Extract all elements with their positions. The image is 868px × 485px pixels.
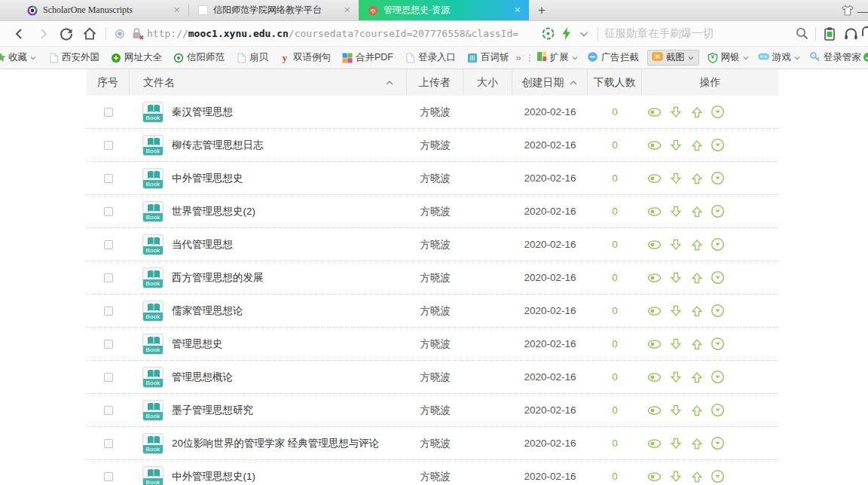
bookmark-item[interactable]: 网址大全 xyxy=(111,51,162,64)
share-upload-icon[interactable] xyxy=(689,403,704,417)
download-icon[interactable] xyxy=(668,105,683,119)
file-name-link[interactable]: 世界管理思想史(2) xyxy=(172,205,255,218)
favorites-menu[interactable]: 收藏 xyxy=(8,51,37,64)
share-upload-icon[interactable] xyxy=(689,270,704,285)
url-dropdown-chevron-icon[interactable] xyxy=(575,24,593,44)
more-actions-icon[interactable] xyxy=(711,337,725,351)
download-icon[interactable] xyxy=(668,138,683,152)
extensions-button[interactable]: 扩展 xyxy=(536,51,579,64)
refresh-button[interactable] xyxy=(54,23,78,44)
file-name-link[interactable]: 墨子管理思想研究 xyxy=(172,404,253,417)
search-icon[interactable] xyxy=(793,24,811,44)
theme-skin-icon[interactable] xyxy=(838,0,857,21)
login-manager-button[interactable]: 登录管家 xyxy=(809,51,861,65)
share-upload-icon[interactable] xyxy=(689,171,704,185)
file-name-link[interactable]: 管理思想概论 xyxy=(172,371,233,384)
row-checkbox[interactable] xyxy=(104,373,113,382)
share-upload-icon[interactable] xyxy=(689,237,704,252)
preview-eye-icon[interactable] xyxy=(647,370,662,384)
share-upload-icon[interactable] xyxy=(689,105,704,119)
preview-eye-icon[interactable] xyxy=(647,436,662,450)
forward-button[interactable] xyxy=(31,23,54,44)
bookmark-item[interactable]: y 双语例句 xyxy=(280,51,331,64)
more-actions-icon[interactable] xyxy=(711,270,725,285)
row-checkbox[interactable] xyxy=(104,307,113,316)
preview-eye-icon[interactable] xyxy=(647,270,662,285)
screenshot-button[interactable]: 截图 xyxy=(647,50,699,66)
bookmark-item[interactable]: 百词斩 xyxy=(467,51,509,64)
reader-mode-icon[interactable] xyxy=(111,24,129,44)
col-header-date[interactable]: 创建日期 xyxy=(512,69,588,96)
back-button[interactable] xyxy=(8,23,31,44)
download-icon[interactable] xyxy=(668,337,683,351)
tab-management-history-active[interactable]: 管理思想史-资源 × xyxy=(359,0,529,20)
file-name-link[interactable]: 西方管理思想的发展 xyxy=(172,271,264,285)
row-checkbox[interactable] xyxy=(104,174,113,183)
home-button[interactable] xyxy=(78,23,101,44)
preview-eye-icon[interactable] xyxy=(647,105,662,119)
preview-eye-icon[interactable] xyxy=(647,138,662,152)
preview-eye-icon[interactable] xyxy=(647,171,662,185)
row-checkbox[interactable] xyxy=(104,340,113,349)
row-checkbox[interactable] xyxy=(104,406,113,415)
row-checkbox[interactable] xyxy=(104,207,113,216)
preview-eye-icon[interactable] xyxy=(647,337,662,351)
more-actions-icon[interactable] xyxy=(711,304,725,318)
lightning-speed-icon[interactable] xyxy=(557,24,575,44)
file-name-link[interactable]: 20位影响世界的管理学家 经典管理思想与评论 xyxy=(172,437,379,450)
more-actions-icon[interactable] xyxy=(711,138,725,152)
games-button[interactable]: 游戏 xyxy=(758,51,801,64)
bookmarks-overflow-icon[interactable]: » xyxy=(516,52,521,63)
download-icon[interactable] xyxy=(668,237,683,252)
bookmark-item[interactable]: 合并PDF xyxy=(342,51,393,64)
more-actions-icon[interactable] xyxy=(711,370,725,384)
download-icon[interactable] xyxy=(668,204,683,218)
row-checkbox[interactable] xyxy=(104,141,113,150)
share-upload-icon[interactable] xyxy=(689,469,704,483)
share-upload-icon[interactable] xyxy=(689,304,704,318)
more-actions-icon[interactable] xyxy=(711,105,725,119)
tab-scholarone[interactable]: ScholarOne Manuscripts × xyxy=(18,0,188,20)
bookmark-item[interactable]: 登录入口 xyxy=(405,51,456,64)
file-name-link[interactable]: 管理思想史 xyxy=(172,337,223,351)
share-return-icon[interactable] xyxy=(860,24,868,44)
new-tab-button[interactable]: + xyxy=(529,0,555,20)
file-name-link[interactable]: 儒家管理思想论 xyxy=(172,304,243,318)
tab-xynu-platform[interactable]: 信阳师范学院网络教学平台 × xyxy=(188,0,359,20)
share-upload-icon[interactable] xyxy=(689,337,704,351)
download-icon[interactable] xyxy=(668,270,683,285)
file-name-link[interactable]: 中外管理思想史(1) xyxy=(172,470,255,483)
bookmark-item[interactable]: 西安外国 xyxy=(48,51,99,64)
row-checkbox[interactable] xyxy=(104,240,113,249)
download-icon[interactable] xyxy=(668,304,683,318)
col-header-filename[interactable]: 文件名 xyxy=(130,69,407,96)
more-actions-icon[interactable] xyxy=(711,436,725,450)
download-icon[interactable] xyxy=(668,436,683,450)
tab-close-icon[interactable]: × xyxy=(170,5,184,16)
more-actions-icon[interactable] xyxy=(711,403,725,417)
sort-asc-icon[interactable] xyxy=(569,80,578,86)
search-input[interactable] xyxy=(603,26,793,41)
share-upload-icon[interactable] xyxy=(689,436,704,450)
preview-eye-icon[interactable] xyxy=(647,204,662,218)
share-upload-icon[interactable] xyxy=(689,204,704,218)
more-actions-icon[interactable] xyxy=(711,171,725,185)
preview-eye-icon[interactable] xyxy=(647,304,662,318)
netbank-button[interactable]: ¥ 网银 xyxy=(708,51,750,64)
insecure-lock-icon[interactable] xyxy=(129,24,147,44)
tab-close-icon[interactable]: × xyxy=(511,5,524,16)
tab-close-icon[interactable]: × xyxy=(341,5,354,16)
preview-eye-icon[interactable] xyxy=(647,403,662,417)
download-icon[interactable] xyxy=(668,171,683,185)
more-actions-icon[interactable] xyxy=(711,204,725,218)
aperture-extension-icon[interactable] xyxy=(539,24,557,44)
share-upload-icon[interactable] xyxy=(689,138,704,152)
window-minimize-button[interactable]: — xyxy=(857,4,868,17)
row-checkbox[interactable] xyxy=(104,439,113,448)
download-icon[interactable] xyxy=(668,403,683,417)
preview-eye-icon[interactable] xyxy=(647,237,662,252)
more-actions-icon[interactable] xyxy=(711,469,725,483)
row-checkbox[interactable] xyxy=(104,273,113,282)
bookmark-item[interactable]: 信阳师范 xyxy=(173,51,225,64)
download-icon[interactable] xyxy=(668,370,683,384)
